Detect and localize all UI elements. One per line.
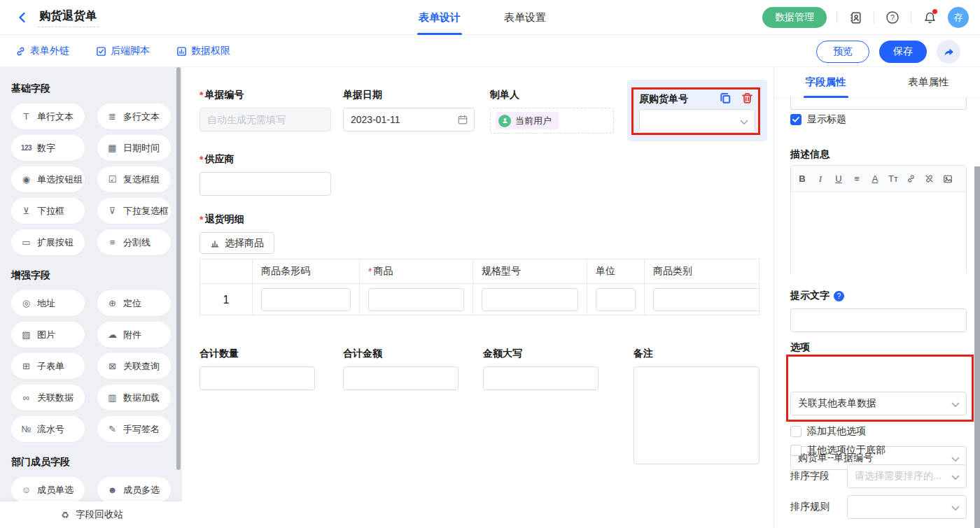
relation-data-icon: ∞ (20, 392, 32, 403)
backend-script-link[interactable]: 后端脚本 (96, 45, 150, 57)
doc-no-input[interactable] (200, 108, 331, 131)
other-option-bottom-row[interactable]: 其他选项位于底部 (790, 444, 886, 457)
field-total-qty[interactable]: 合计数量 (200, 347, 315, 390)
show-title-checkbox-row[interactable]: 显示标题 (790, 113, 846, 126)
select-product-button[interactable]: 选择商品 (200, 232, 274, 254)
sidebar-item-signature[interactable]: ✎手写签名 (97, 416, 171, 442)
sidebar-item-address[interactable]: ◎地址 (11, 290, 85, 316)
field-amount-words[interactable]: 金额大写 (483, 347, 598, 390)
field-recycle-bin[interactable]: ♻ 字段回收站 (0, 501, 182, 528)
sidebar-item-single-text[interactable]: T单行文本 (11, 104, 85, 129)
sidebar-item-extend-button[interactable]: ▭扩展按钮 (11, 229, 85, 255)
sidebar-item-checkbox-group[interactable]: ☑复选框组 (97, 166, 171, 192)
description-editor[interactable]: B I U ≡ A Tт (790, 165, 967, 275)
unit-input[interactable] (596, 288, 636, 311)
sidebar-item-label: 手写签名 (123, 423, 160, 436)
supplier-input[interactable] (200, 172, 331, 196)
sidebar-item-member-single[interactable]: ☺成员单选 (11, 477, 85, 503)
total-qty-input[interactable] (200, 366, 315, 390)
address-book-icon[interactable] (847, 9, 864, 26)
data-permission-link[interactable]: 数据权限 (176, 45, 230, 57)
font-size-icon[interactable]: Tт (888, 173, 898, 184)
sidebar-item-relation-data[interactable]: ∞关联数据 (11, 385, 85, 411)
sidebar-item-relation-query[interactable]: ⊠关联查询 (97, 353, 171, 379)
sidebar-item-label: 关联数据 (37, 392, 74, 404)
copy-field-icon[interactable] (719, 92, 732, 105)
help-icon[interactable]: ? (884, 9, 901, 26)
barcode-input[interactable] (261, 288, 351, 311)
sidebar-item-number[interactable]: 123数字 (11, 135, 85, 161)
tab-field-properties[interactable]: 字段属性 (774, 67, 877, 97)
option-source-select[interactable]: 关联其他表单数据 (790, 392, 967, 415)
tab-form-design[interactable]: 表单设计 (419, 0, 461, 35)
remark-textarea[interactable] (634, 366, 760, 464)
sort-rule-select[interactable] (847, 495, 967, 519)
field-return-detail[interactable]: *退货明细 选择商品 (200, 213, 274, 254)
field-creator[interactable]: 制单人 当前用户 (490, 88, 614, 134)
sidebar-item-multi-text[interactable]: ≣多行文本 (97, 104, 171, 129)
image-icon: ▨ (20, 329, 32, 340)
field-remark[interactable]: 备注 (634, 347, 760, 467)
avatar[interactable]: 存 (948, 7, 969, 28)
sidebar-item-datetime[interactable]: ▦日期时间 (97, 135, 171, 161)
origin-order-select[interactable] (639, 109, 755, 133)
sidebar-item-data-load[interactable]: ▥数据加载 (97, 385, 171, 411)
tab-form-settings[interactable]: 表单设置 (504, 0, 546, 35)
preview-button[interactable]: 预览 (816, 41, 869, 63)
amount-words-input[interactable] (483, 366, 598, 390)
insert-link-icon[interactable] (906, 174, 916, 183)
total-amount-input[interactable] (343, 366, 458, 390)
field-doc-date[interactable]: 单据日期 (343, 88, 475, 131)
sidebar-item-locate[interactable]: ⊕定位 (97, 290, 171, 316)
bold-icon[interactable]: B (797, 173, 807, 184)
sort-field-select[interactable]: 请选择需要排序的... (847, 464, 967, 488)
sidebar-item-label: 定位 (123, 297, 141, 310)
back-button[interactable] (14, 9, 31, 26)
share-button[interactable] (937, 40, 960, 64)
notification-bell-icon[interactable] (921, 9, 938, 26)
save-button[interactable]: 保存 (879, 41, 927, 63)
field-total-amount[interactable]: 合计金额 (343, 347, 458, 390)
align-icon[interactable]: ≡ (852, 173, 862, 184)
field-supplier[interactable]: *供应商 (200, 152, 331, 196)
sidebar-item-attachment[interactable]: ☁附件 (97, 322, 171, 348)
category-input[interactable] (653, 288, 760, 311)
sidebar-item-dropdown[interactable]: ⊻下拉框 (11, 198, 85, 224)
field-origin-order[interactable]: 原购货单号 (631, 87, 760, 135)
remove-link-icon[interactable] (925, 174, 934, 183)
insert-image-icon[interactable] (943, 174, 953, 184)
sidebar-item-divider[interactable]: ≡分割线 (97, 229, 171, 255)
data-manage-button[interactable]: 数据管理 (762, 7, 827, 28)
field-label: 制单人 (490, 89, 519, 101)
italic-icon[interactable]: I (816, 173, 825, 185)
field-doc-no[interactable]: *单据编号 (200, 88, 331, 131)
editor-body[interactable] (791, 192, 966, 275)
sidebar-scrollbar[interactable] (176, 67, 181, 470)
delete-field-icon[interactable] (741, 92, 754, 105)
hint-text-input[interactable] (790, 308, 967, 332)
page-title[interactable]: 购货退货单 (38, 8, 99, 27)
sidebar-item-radio-group[interactable]: ◉单选按钮组 (11, 166, 85, 192)
sidebar-item-serial-number[interactable]: №流水号 (11, 416, 85, 442)
product-input[interactable] (368, 288, 464, 311)
checkbox-unchecked-icon[interactable] (790, 445, 802, 456)
add-other-option-row[interactable]: 添加其他选项 (790, 425, 866, 438)
checkbox-unchecked-icon[interactable] (790, 426, 802, 437)
sidebar-item-subform[interactable]: ⊞子表单 (11, 353, 85, 379)
spec-input[interactable] (482, 288, 578, 311)
hint-help-icon[interactable]: ? (834, 291, 844, 301)
clipped-input[interactable] (790, 98, 967, 110)
checkbox-checked-icon[interactable] (790, 114, 802, 125)
tab-form-properties[interactable]: 表单属性 (877, 67, 980, 97)
underline-icon[interactable]: U (834, 173, 844, 184)
header-tabs: 表单设计 表单设置 (419, 0, 546, 35)
sidebar-item-image[interactable]: ▨图片 (11, 322, 85, 348)
sidebar-item-multi-dropdown[interactable]: ⊽下拉复选框 (97, 198, 171, 224)
font-color-icon[interactable]: A (870, 173, 880, 184)
doc-date-input[interactable] (343, 108, 475, 131)
radio-icon: ◉ (20, 174, 32, 185)
sort-field-label: 排序字段 (790, 470, 847, 483)
panel-scrollbar[interactable] (974, 166, 980, 528)
sidebar-item-member-multi[interactable]: ☻成员多选 (97, 477, 171, 503)
form-external-link[interactable]: 表单外链 (15, 45, 69, 57)
